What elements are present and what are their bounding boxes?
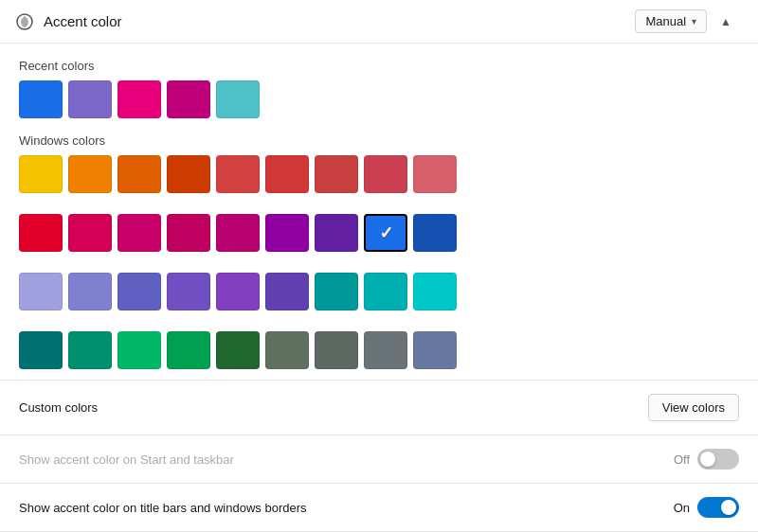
recent-colors-section: Recent colors	[19, 59, 739, 118]
windows-color-swatch[interactable]	[117, 214, 161, 252]
recent-colors-label: Recent colors	[19, 59, 739, 73]
collapse-button[interactable]: ▲	[713, 11, 739, 32]
windows-color-swatch[interactable]	[265, 273, 309, 310]
windows-color-swatch[interactable]	[364, 155, 407, 193]
recent-color-swatch[interactable]	[216, 80, 260, 118]
windows-color-swatch[interactable]: ✓	[364, 214, 407, 252]
windows-color-swatch[interactable]	[265, 155, 309, 193]
show-titlebars-toggle[interactable]	[697, 497, 739, 518]
windows-color-swatch[interactable]	[265, 331, 309, 369]
page-title: Accent color	[44, 13, 122, 29]
header-right: Manual ▾ ▲	[635, 9, 739, 33]
windows-colors-grid: ✓	[19, 155, 739, 380]
windows-color-swatch[interactable]	[315, 331, 358, 369]
windows-color-swatch[interactable]	[19, 214, 63, 252]
windows-color-swatch[interactable]	[413, 155, 457, 193]
windows-colors-row-3	[19, 331, 739, 369]
toggle-knob-2	[721, 500, 736, 515]
chevron-up-icon: ▲	[720, 15, 731, 28]
show-titlebars-label: Show accent color on title bars and wind…	[19, 501, 307, 515]
recent-color-swatch[interactable]	[117, 80, 161, 118]
accent-color-icon	[15, 12, 34, 31]
windows-color-swatch[interactable]	[364, 331, 407, 369]
show-titlebars-state: On	[674, 501, 690, 515]
windows-color-swatch[interactable]	[167, 155, 210, 193]
windows-color-swatch[interactable]	[413, 273, 457, 310]
show-taskbar-toggle-container: Off	[674, 449, 739, 470]
windows-color-swatch[interactable]	[167, 331, 210, 369]
view-colors-button[interactable]: View colors	[648, 394, 739, 421]
manual-dropdown[interactable]: Manual ▾	[635, 9, 707, 33]
recent-color-swatch[interactable]	[167, 80, 210, 118]
custom-colors-label: Custom colors	[19, 400, 98, 415]
recent-color-swatch[interactable]	[68, 80, 112, 118]
windows-color-swatch[interactable]	[19, 155, 63, 193]
windows-colors-row-0	[19, 155, 739, 193]
windows-color-swatch[interactable]	[413, 331, 457, 369]
show-titlebars-row: Show accent color on title bars and wind…	[0, 484, 758, 532]
windows-color-swatch[interactable]	[68, 273, 112, 310]
windows-color-swatch[interactable]	[413, 214, 457, 252]
windows-colors-label: Windows colors	[19, 133, 739, 148]
show-taskbar-label: Show accent color on Start and taskbar	[19, 452, 234, 467]
chevron-down-icon: ▾	[692, 16, 696, 27]
show-taskbar-toggle[interactable]	[697, 449, 739, 470]
windows-colors-row-2	[19, 273, 739, 310]
windows-color-swatch[interactable]	[117, 273, 161, 310]
bottom-sections: Custom colors View colors Show accent co…	[0, 380, 758, 532]
custom-colors-row: Custom colors View colors	[0, 381, 758, 435]
windows-color-swatch[interactable]	[68, 331, 112, 369]
show-titlebars-toggle-container: On	[674, 497, 739, 518]
windows-color-swatch[interactable]	[216, 273, 260, 310]
windows-color-swatch[interactable]	[216, 155, 260, 193]
windows-color-swatch[interactable]	[19, 273, 63, 310]
windows-color-swatch[interactable]	[117, 331, 161, 369]
windows-color-swatch[interactable]	[117, 155, 161, 193]
windows-color-swatch[interactable]	[167, 214, 210, 252]
show-taskbar-state: Off	[674, 452, 690, 467]
windows-color-swatch[interactable]	[364, 273, 407, 310]
main-content: Recent colors Windows colors ✓	[0, 44, 758, 380]
dropdown-label: Manual	[645, 14, 686, 28]
recent-color-swatch[interactable]	[19, 80, 63, 118]
show-taskbar-row: Show accent color on Start and taskbar O…	[0, 435, 758, 484]
toggle-knob	[700, 452, 715, 467]
header-left: Accent color	[15, 12, 122, 31]
recent-colors-row	[19, 80, 739, 118]
windows-color-swatch[interactable]	[68, 155, 112, 193]
windows-color-swatch[interactable]	[265, 214, 309, 252]
windows-color-swatch[interactable]	[68, 214, 112, 252]
header: Accent color Manual ▾ ▲	[0, 0, 758, 44]
windows-colors-row-1: ✓	[19, 214, 739, 252]
windows-color-swatch[interactable]	[216, 331, 260, 369]
windows-color-swatch[interactable]	[167, 273, 210, 310]
page-container: Accent color Manual ▾ ▲ Recent colors Wi…	[0, 0, 758, 532]
windows-colors-section: Windows colors ✓	[19, 133, 739, 380]
windows-color-swatch[interactable]	[315, 273, 358, 310]
windows-color-swatch[interactable]	[315, 155, 358, 193]
windows-color-swatch[interactable]	[315, 214, 358, 252]
windows-color-swatch[interactable]	[216, 214, 260, 252]
windows-color-swatch[interactable]	[19, 331, 63, 369]
